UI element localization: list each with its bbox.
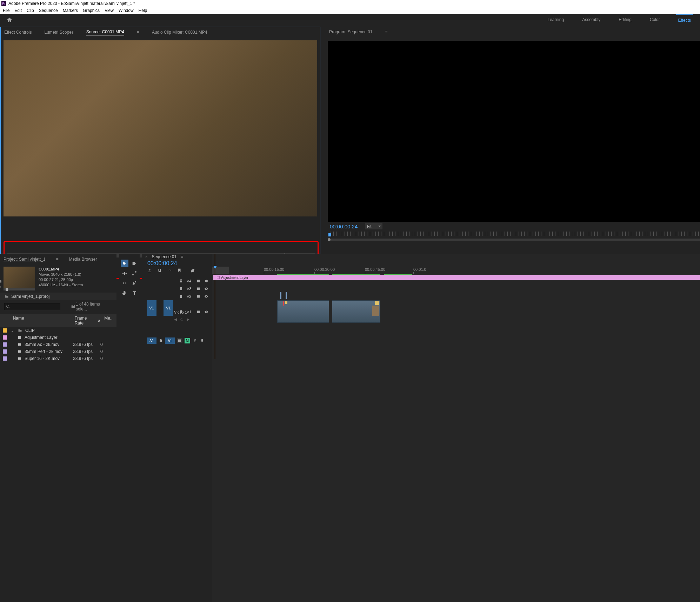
menu-file[interactable]: File <box>3 8 9 13</box>
window-title: Adobe Premiere Pro 2020 - E:\Sami\Vinjet… <box>8 1 135 6</box>
menubar[interactable]: File Edit Clip Sequence Markers Graphics… <box>0 7 700 14</box>
home-icon[interactable] <box>6 17 13 23</box>
app-icon: Pr <box>1 1 6 6</box>
menu-help[interactable]: Help <box>139 8 147 13</box>
menu-window[interactable]: Window <box>119 8 134 13</box>
menu-view[interactable]: View <box>105 8 114 13</box>
menu-markers[interactable]: Markers <box>63 8 78 13</box>
ws-learning[interactable]: Learning <box>545 14 566 26</box>
workspace-tabs: Learning Assembly Editing Color Effects <box>545 14 693 26</box>
menu-clip[interactable]: Clip <box>27 8 34 13</box>
ws-color[interactable]: Color <box>648 14 662 26</box>
menu-sequence[interactable]: Sequence <box>39 8 58 13</box>
ws-effects[interactable]: Effects <box>676 14 693 26</box>
workspace-header: Learning Assembly Editing Color Effects <box>0 14 700 26</box>
ws-editing[interactable]: Editing <box>616 14 634 26</box>
ws-assembly[interactable]: Assembly <box>580 14 602 26</box>
menu-graphics[interactable]: Graphics <box>83 8 100 13</box>
titlebar: Pr Adobe Premiere Pro 2020 - E:\Sami\Vin… <box>0 0 700 7</box>
menu-edit[interactable]: Edit <box>14 8 22 13</box>
